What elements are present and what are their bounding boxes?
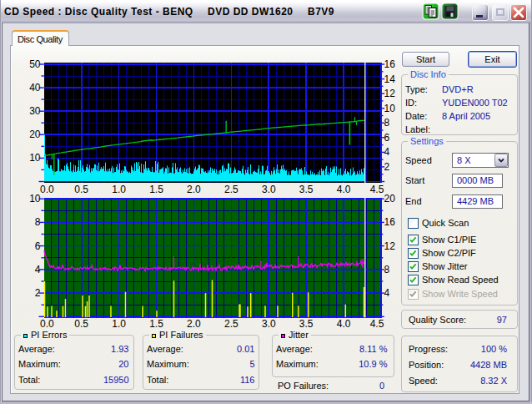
svg-text:0.0: 0.0 xyxy=(40,318,54,330)
svg-text:12: 12 xyxy=(384,88,396,99)
svg-text:0.0: 0.0 xyxy=(40,184,54,195)
svg-text:4.0: 4.0 xyxy=(337,184,351,195)
svg-text:1.0: 1.0 xyxy=(112,184,126,195)
svg-text:4.0: 4.0 xyxy=(337,318,351,330)
svg-text:3.5: 3.5 xyxy=(299,318,314,330)
svg-text:2.5: 2.5 xyxy=(224,318,238,330)
svg-text:14: 14 xyxy=(384,73,396,85)
svg-text:20: 20 xyxy=(384,193,396,205)
svg-text:2.0: 2.0 xyxy=(187,318,201,330)
svg-text:16: 16 xyxy=(384,216,396,228)
svg-text:1.0: 1.0 xyxy=(112,318,126,330)
svg-text:3.0: 3.0 xyxy=(262,184,276,195)
svg-text:8: 8 xyxy=(384,264,390,275)
svg-text:3.0: 3.0 xyxy=(262,318,276,330)
svg-text:1.5: 1.5 xyxy=(149,318,163,330)
svg-text:16: 16 xyxy=(384,58,396,70)
svg-text:4.5: 4.5 xyxy=(370,184,384,195)
svg-text:2: 2 xyxy=(384,161,390,173)
svg-text:4.5: 4.5 xyxy=(370,318,384,330)
svg-text:2.5: 2.5 xyxy=(224,184,238,195)
svg-text:8: 8 xyxy=(384,117,390,129)
svg-text:10: 10 xyxy=(384,103,396,114)
svg-text:12: 12 xyxy=(384,240,396,252)
svg-text:4: 4 xyxy=(384,146,390,158)
svg-text:0.5: 0.5 xyxy=(74,318,88,330)
svg-text:2.0: 2.0 xyxy=(187,184,201,195)
svg-text:6: 6 xyxy=(384,132,390,144)
svg-text:3.5: 3.5 xyxy=(299,184,314,195)
svg-text:4: 4 xyxy=(384,287,390,299)
svg-text:0.5: 0.5 xyxy=(74,184,88,195)
svg-text:1.5: 1.5 xyxy=(149,184,163,195)
